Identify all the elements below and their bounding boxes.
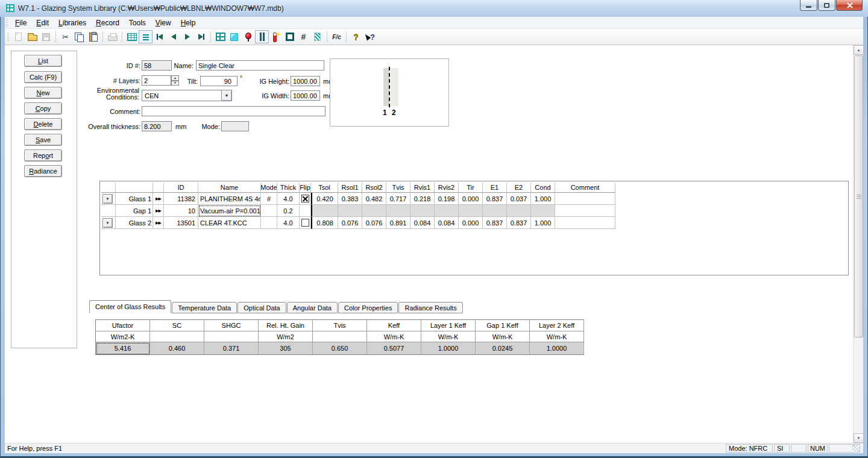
cell-tir[interactable]: 0.000 [459,217,483,229]
header-cell-comment[interactable]: Comment [555,183,615,193]
environmental-conditions-button[interactable] [269,30,283,43]
last-record-button[interactable] [194,30,208,43]
calc-button[interactable]: Calc (F9) [24,71,62,83]
results-value-rel-ht-gain[interactable]: 305 [259,342,313,355]
new-button[interactable] [11,30,25,43]
overall-thickness-field[interactable] [142,121,172,131]
cell-rsol2[interactable]: 0.076 [362,217,386,229]
cell-e1[interactable]: 0.837 [483,217,507,229]
tab-optical-data[interactable]: Optical Data [237,302,286,313]
header-cell-thick[interactable]: Thick [277,183,300,193]
results-value-keff[interactable]: 0.5077 [367,342,421,355]
menu-libraries[interactable]: Libraries [54,17,91,29]
list-button[interactable]: List [24,55,62,67]
cell-tir[interactable]: 0.000 [459,193,483,205]
cell-thick[interactable]: 4.0 [277,217,300,229]
resize-grip-icon[interactable] [852,445,859,451]
copy-button[interactable] [72,30,86,43]
cut-button[interactable]: ✂ [58,30,72,43]
glass-library-button[interactable] [227,30,241,43]
report-button[interactable]: Report [24,149,62,162]
results-value-sc[interactable]: 0.460 [150,342,204,355]
flip-checkbox[interactable] [301,195,309,202]
header-cell-mode[interactable]: Mode [261,183,277,193]
new-record-button[interactable]: New [24,87,62,99]
cell-name[interactable]: CLEAR 4T.KCC [198,217,261,229]
save-record-button[interactable]: Save [24,134,62,146]
close-button[interactable] [836,0,863,11]
glazing-system-library-button[interactable] [255,30,269,43]
cell-e2[interactable]: 0.837 [507,217,531,229]
cell-tvis[interactable]: 0.717 [386,193,410,205]
cell-comment[interactable] [555,205,615,217]
comment-field[interactable] [142,106,326,116]
print-button[interactable] [105,30,119,43]
cell-cond[interactable]: 1.000 [531,217,555,229]
menu-help[interactable]: Help [176,17,201,29]
tab-center-of-glass-results[interactable]: Center of Glass Results [89,300,171,313]
cell-mode[interactable] [261,217,277,229]
cell-id[interactable]: 13501 [164,217,198,229]
previous-record-button[interactable] [166,30,180,43]
shade-library-button[interactable] [310,30,324,43]
vertical-scrollbar[interactable]: ▲ ▼ [853,45,863,443]
results-value-gap1-keff[interactable]: 0.0245 [476,342,530,355]
cell-rsol1[interactable]: 0.383 [338,193,362,205]
tab-angular-data[interactable]: Angular Data [287,302,338,313]
header-cell-rvis2[interactable]: Rvis2 [435,183,459,193]
header-cell-e1[interactable]: E1 [483,183,507,193]
cell-mode[interactable] [261,205,277,217]
row-dropdown-button[interactable]: ▼ [102,218,113,228]
tilt-field[interactable] [200,76,237,86]
cell-tsol[interactable]: 0.420 [311,193,338,205]
cell-rsol2[interactable]: 0.482 [362,193,386,205]
delete-record-button[interactable]: Delete [24,118,62,130]
row-dropdown-button[interactable]: ▼ [102,194,113,204]
first-record-button[interactable] [153,30,166,43]
temperature-units-button[interactable]: F/c [330,30,344,43]
divider-library-button[interactable]: # [297,30,310,43]
cell-e2[interactable]: 0.037 [507,193,531,205]
cell-thick[interactable]: 0.2 [277,205,300,217]
expand-arrows-icon[interactable]: ▶▶ [153,205,164,217]
restore-button[interactable] [818,0,835,11]
menu-file[interactable]: File [10,17,31,29]
cell-comment[interactable] [555,193,615,205]
env-conditions-select[interactable]: CEN ▼ [142,90,232,101]
cell-cond[interactable]: 1.000 [531,193,555,205]
header-cell-cond[interactable]: Cond [531,183,555,193]
header-cell-name[interactable]: Name [198,183,261,193]
gas-library-button[interactable] [241,30,255,43]
results-value-ufactor[interactable]: 5.416 [96,342,150,355]
ig-width-field[interactable] [291,90,320,101]
header-cell-rvis1[interactable]: Rvis1 [410,183,435,193]
title-bar[interactable]: W7.1 - Glazing System Library (C:₩Users₩… [0,0,868,17]
cell-mode[interactable]: # [261,193,277,205]
cell-name[interactable]: PLANITHERM 4S 4mm. [198,193,261,205]
cell-rvis1[interactable]: 0.218 [410,193,435,205]
results-value-shgc[interactable]: 0.371 [204,342,259,355]
header-cell-e2[interactable]: E2 [507,183,531,193]
mode-field[interactable] [221,121,249,131]
header-cell-tvis[interactable]: Tvis [386,183,410,193]
copy-record-button[interactable]: Copy [24,102,62,114]
header-cell-tsol[interactable]: Tsol [311,183,338,193]
menu-tools[interactable]: Tools [124,17,151,29]
frame-library-button[interactable] [283,30,297,43]
cell-id[interactable]: 10 [164,205,198,217]
results-value-tvis[interactable]: 0.650 [313,342,367,355]
cell-tvis[interactable]: 0.891 [386,217,410,229]
header-cell-rsol1[interactable]: Rsol1 [338,183,362,193]
minimize-button[interactable] [800,0,817,11]
cell-comment[interactable] [555,217,615,229]
header-cell-tir[interactable]: Tir [459,183,483,193]
menu-view[interactable]: View [151,17,176,29]
expand-arrows-icon[interactable]: ▶▶ [153,217,164,229]
cell-e1[interactable]: 0.837 [483,193,507,205]
scroll-up-icon[interactable]: ▲ [854,45,864,55]
next-record-button[interactable] [180,30,194,43]
open-button[interactable] [25,30,39,43]
scroll-down-icon[interactable]: ▼ [854,433,864,443]
flip-checkbox[interactable] [301,219,309,227]
radiance-button[interactable]: Radiance [24,165,62,177]
